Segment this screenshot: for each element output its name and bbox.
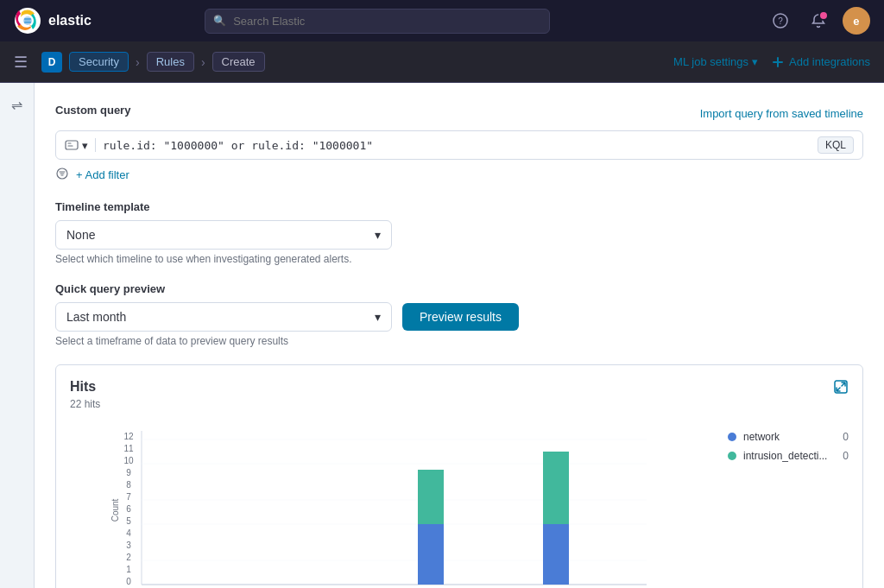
ml-job-settings-button[interactable]: ML job settings ▾: [673, 55, 758, 68]
preview-hint-text: Select a timeframe of data to preview qu…: [55, 335, 863, 347]
svg-text:8: 8: [126, 480, 131, 490]
chevron-down-icon: ▾: [752, 55, 758, 68]
search-bar: 🔍: [205, 9, 550, 34]
svg-rect-8: [66, 141, 78, 149]
main-layout: ⇌ Custom query Import query from saved t…: [0, 83, 884, 588]
chart-expand-icon[interactable]: [833, 379, 849, 398]
preview-controls: Last month ▾ Preview results: [55, 302, 863, 332]
elastic-logo-icon: [14, 7, 41, 35]
workspace-indicator: D: [41, 52, 62, 73]
notifications-icon[interactable]: [805, 7, 832, 35]
chart-container: 12 11 10 9 8 7 6 5 4 3 2 1 0 C: [70, 424, 849, 588]
svg-text:Count: Count: [110, 498, 120, 522]
custom-query-section: Custom query Import query from saved tim…: [55, 104, 863, 183]
breadcrumb-security-label[interactable]: Security: [69, 52, 129, 72]
preview-results-button[interactable]: Preview results: [402, 303, 519, 331]
breadcrumb-rules[interactable]: Rules: [147, 52, 194, 72]
breadcrumb-create-label: Create: [212, 52, 265, 72]
add-integrations-button[interactable]: Add integrations: [772, 55, 870, 68]
timeline-hint-text: Select which timeline to use when invest…: [55, 253, 392, 265]
breadcrumb-rules-label[interactable]: Rules: [147, 52, 194, 72]
svg-rect-7: [773, 61, 783, 63]
svg-text:11: 11: [123, 444, 134, 453]
svg-text:1: 1: [126, 565, 131, 574]
custom-query-label: Custom query: [55, 104, 130, 117]
top-navigation: elastic 🔍 ? e: [0, 0, 884, 41]
legend-network-label: network: [743, 431, 780, 443]
svg-rect-3: [24, 22, 31, 24]
svg-text:2: 2: [126, 553, 131, 562]
query-type-icon: [65, 138, 79, 152]
breadcrumb-security[interactable]: Security: [69, 52, 129, 72]
search-icon: 🔍: [213, 15, 226, 27]
query-text-value[interactable]: rule.id: "1000000" or rule.id: "1000001": [103, 139, 818, 152]
legend-network-count: 0: [843, 431, 849, 443]
import-query-link[interactable]: Import query from saved timeline: [700, 107, 863, 120]
timeframe-select[interactable]: Last month ▾: [55, 302, 392, 332]
timeframe-value: Last month: [66, 310, 126, 324]
add-filter-button[interactable]: + Add filter: [76, 168, 129, 181]
filter-icon: [55, 167, 69, 183]
add-integrations-label: Add integrations: [789, 55, 870, 68]
legend-intrusion-count: 0: [843, 450, 849, 462]
svg-text:5: 5: [126, 516, 131, 526]
query-input-row: ▾ rule.id: "1000000" or rule.id: "100000…: [55, 130, 863, 160]
nav-right-actions: ? e: [767, 7, 870, 35]
legend-network: network 0: [728, 431, 849, 443]
kql-badge[interactable]: KQL: [818, 136, 854, 154]
sidebar-collapse-icon[interactable]: ⇌: [11, 97, 22, 113]
timeline-select-value: None: [66, 228, 95, 242]
chart-area: 12 11 10 9 8 7 6 5 4 3 2 1 0 C: [70, 424, 714, 588]
chevron-down-icon: ▾: [82, 139, 88, 152]
hamburger-menu-button[interactable]: ☰: [14, 53, 28, 72]
filter-svg-icon: [55, 167, 69, 180]
svg-text:3: 3: [126, 541, 131, 550]
help-icon[interactable]: ?: [767, 7, 794, 35]
timeline-template-label: Timeline template: [55, 200, 863, 213]
expand-icon: [833, 379, 849, 395]
breadcrumb-sep-2: ›: [201, 55, 205, 69]
svg-text:0: 0: [126, 577, 131, 586]
hits-title: Hits: [70, 379, 100, 395]
svg-text:12: 12: [123, 432, 134, 441]
left-sidebar: ⇌: [0, 83, 35, 588]
app-name-label: elastic: [48, 13, 92, 28]
timeline-template-select[interactable]: None ▾: [55, 220, 392, 250]
svg-rect-2: [24, 18, 31, 21]
timeline-template-section: Timeline template None ▾ Select which ti…: [55, 200, 863, 265]
legend-intrusion: intrusion_detecti... 0: [728, 450, 849, 462]
query-type-selector[interactable]: ▾: [65, 138, 96, 152]
hits-count: 22 hits: [70, 398, 100, 410]
svg-text:10: 10: [123, 456, 134, 465]
bar-network-0206: [418, 524, 444, 585]
breadcrumb-bar: ☰ D Security › Rules › Create ML job set…: [0, 41, 884, 83]
svg-text:6: 6: [126, 504, 131, 514]
header-right-actions: ML job settings ▾ Add integrations: [673, 55, 870, 68]
search-input[interactable]: [205, 9, 550, 34]
content-area: Custom query Import query from saved tim…: [35, 83, 884, 588]
elastic-logo[interactable]: elastic: [14, 7, 92, 35]
hits-panel: Hits 22 hits 12 11 10: [55, 364, 863, 588]
chevron-down-icon: ▾: [375, 228, 381, 242]
breadcrumb-create: Create: [212, 52, 265, 72]
chevron-down-icon: ▾: [375, 310, 381, 324]
svg-text:9: 9: [126, 468, 131, 477]
add-filter-row: + Add filter: [55, 167, 863, 183]
svg-text:7: 7: [126, 492, 131, 502]
quick-query-preview-label: Quick query preview: [55, 282, 863, 295]
svg-text:4: 4: [126, 528, 131, 538]
bar-intrusion-0213: [543, 452, 569, 524]
breadcrumb-sep-1: ›: [136, 55, 140, 69]
legend-intrusion-dot: [728, 452, 736, 460]
hits-chart: 12 11 10 9 8 7 6 5 4 3 2 1 0 C: [70, 424, 714, 588]
bar-intrusion-0206: [418, 470, 444, 524]
legend-intrusion-label: intrusion_detecti...: [743, 450, 827, 462]
ml-job-settings-label: ML job settings: [673, 55, 748, 68]
svg-text:?: ?: [778, 16, 783, 26]
quick-query-preview-section: Quick query preview Last month ▾ Preview…: [55, 282, 863, 347]
user-avatar[interactable]: e: [843, 7, 870, 35]
chart-legend: network 0 intrusion_detecti... 0: [728, 424, 849, 588]
plus-icon: [772, 56, 784, 68]
legend-network-dot: [728, 433, 736, 441]
svg-point-1: [23, 16, 32, 25]
